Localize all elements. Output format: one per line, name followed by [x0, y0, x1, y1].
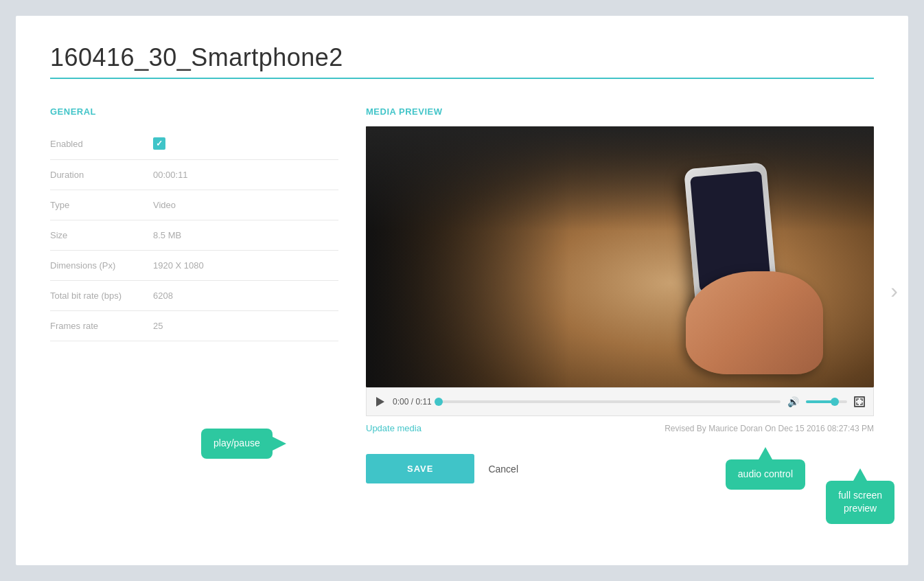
video-container: [366, 126, 874, 387]
field-value-size: 8.5 MB: [153, 230, 181, 240]
field-row-enabled: Enabled ✓: [50, 128, 338, 160]
field-value-bitrate: 6208: [153, 290, 173, 301]
title-divider: [50, 78, 874, 79]
volume-handle[interactable]: [831, 398, 839, 406]
field-label-dimensions: Dimensions (Px): [50, 260, 153, 271]
save-button[interactable]: SAVE: [366, 454, 474, 483]
time-separator: /: [408, 397, 415, 407]
volume-icon[interactable]: 🔊: [787, 396, 799, 407]
page-title: 160416_30_Smartphone2: [50, 43, 874, 72]
field-row-dimensions: Dimensions (Px) 1920 X 1080: [50, 251, 338, 281]
left-panel: GENERAL Enabled ✓ Duration 00:00:11 Type…: [50, 106, 338, 341]
annotation-audio-control: audio control: [726, 459, 805, 490]
checkbox-check-icon: ✓: [156, 139, 163, 148]
next-nav-arrow[interactable]: ›: [890, 278, 898, 304]
time-display: 0:00 / 0:11: [393, 397, 432, 407]
time-current: 0:00: [393, 397, 408, 407]
field-row-duration: Duration 00:00:11: [50, 160, 338, 190]
page-container: 160416_30_Smartphone2 GENERAL Enabled ✓ …: [16, 16, 908, 565]
progress-bar[interactable]: [439, 400, 781, 403]
fullscreen-button[interactable]: [854, 396, 865, 407]
field-row-framerate: Frames rate 25: [50, 311, 338, 341]
field-value-framerate: 25: [153, 321, 163, 331]
hand-shape: [686, 271, 823, 374]
time-total: 0:11: [415, 397, 431, 407]
field-label-enabled: Enabled: [50, 139, 153, 149]
play-pause-button[interactable]: [375, 396, 386, 407]
volume-bar[interactable]: [806, 400, 847, 403]
field-label-type: Type: [50, 200, 153, 210]
enabled-checkbox[interactable]: ✓: [153, 137, 165, 150]
field-value-type: Video: [153, 200, 176, 210]
video-controls-bar: 0:00 / 0:11 🔊: [366, 387, 874, 416]
video-frame: [366, 126, 874, 387]
video-overlay-top: [366, 126, 874, 231]
field-value-duration: 00:00:11: [153, 170, 188, 180]
revised-text: Revised By Maurice Doran On Dec 15 2016 …: [665, 424, 874, 433]
media-preview-label: MEDIA PREVIEW: [366, 106, 874, 117]
meta-row: Update media Revised By Maurice Doran On…: [366, 423, 874, 433]
main-content: GENERAL Enabled ✓ Duration 00:00:11 Type…: [50, 106, 874, 483]
cancel-button[interactable]: Cancel: [488, 464, 518, 475]
field-row-size: Size 8.5 MB: [50, 220, 338, 251]
annotation-play-pause: play/pause: [201, 429, 273, 459]
play-icon: [376, 397, 384, 407]
field-label-bitrate: Total bit rate (bps): [50, 290, 153, 301]
field-label-size: Size: [50, 230, 153, 240]
field-label-framerate: Frames rate: [50, 321, 153, 331]
field-row-bitrate: Total bit rate (bps) 6208: [50, 281, 338, 311]
field-label-duration: Duration: [50, 170, 153, 180]
fullscreen-icon: [854, 396, 865, 407]
field-value-dimensions: 1920 X 1080: [153, 260, 204, 271]
general-section-label: GENERAL: [50, 106, 338, 117]
field-row-type: Type Video: [50, 190, 338, 220]
update-media-link[interactable]: Update media: [366, 423, 421, 433]
right-panel: MEDIA PREVIEW: [366, 106, 874, 483]
annotation-fullscreen: full screen preview: [826, 481, 894, 524]
progress-handle[interactable]: [435, 398, 443, 406]
